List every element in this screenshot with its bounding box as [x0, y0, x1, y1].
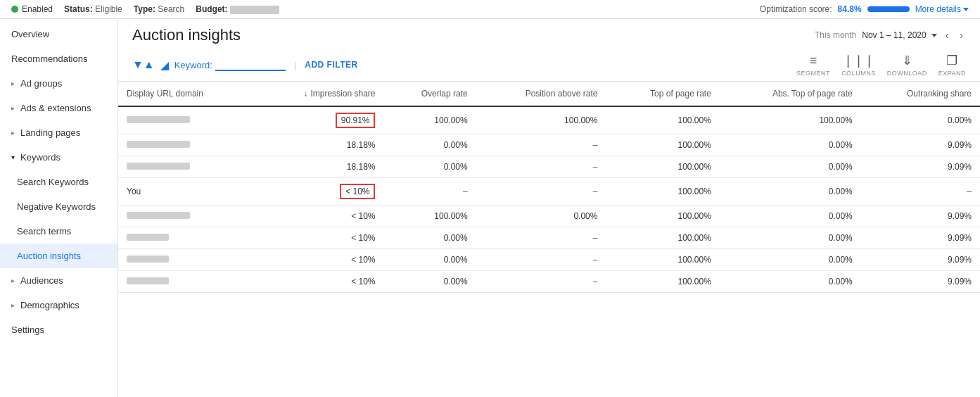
cell-outranking: 9.09% [861, 156, 980, 178]
cell-position-above: – [476, 134, 606, 156]
cell-domain [118, 134, 255, 156]
opt-value: 84.8% [838, 4, 862, 14]
cell-position-above: – [476, 271, 606, 293]
cell-abs-top: 0.00% [720, 178, 861, 206]
segment-button[interactable]: ≡ SEGMENT [796, 53, 830, 77]
cell-position-above: – [476, 178, 606, 206]
table-row: < 10%0.00%–100.00%0.00%9.09% [118, 271, 980, 293]
table-row: < 10%0.00%–100.00%0.00%9.09% [118, 227, 980, 249]
data-table-wrapper: Display URL domain ↓ Impression share Ov… [118, 82, 980, 397]
table-row: You< 10%––100.00%0.00%– [118, 178, 980, 206]
cell-impression-share: 18.18% [255, 134, 384, 156]
expand-label: EXPAND [938, 70, 966, 77]
cell-outranking: 0.00% [861, 106, 980, 134]
sidebar-label: Keywords [20, 152, 61, 163]
sidebar-label: Negative Keywords [17, 201, 96, 212]
content-area: Auction insights This month Nov 1 – 11, … [118, 19, 980, 397]
sidebar-label: Search terms [17, 226, 71, 237]
sidebar-item-settings[interactable]: Settings [0, 317, 117, 342]
cell-domain [118, 106, 255, 134]
col-position-above: Position above rate [476, 82, 606, 106]
col-impression-share[interactable]: ↓ Impression share [255, 82, 384, 106]
status-bar: Enabled Status: Eligible Type: Search Bu… [0, 0, 980, 19]
expand-button[interactable]: ❐ EXPAND [938, 53, 966, 77]
col-outranking: Outranking share [861, 82, 980, 106]
segment-label: SEGMENT [796, 70, 830, 77]
cell-abs-top: 100.00% [720, 106, 861, 134]
sidebar-label: Demographics [20, 300, 79, 310]
cell-overlap-rate: 0.00% [383, 271, 476, 293]
cell-domain [118, 206, 255, 227]
filter-divider: | [294, 60, 296, 70]
date-navigation: This month Nov 1 – 11, 2020 ‹ › [815, 28, 966, 42]
sidebar-item-adgroups[interactable]: Ad groups [0, 71, 117, 96]
more-details-button[interactable]: More details [915, 4, 969, 14]
col-overlap-rate: Overlap rate [383, 82, 476, 106]
sidebar-item-demographics[interactable]: Demographics [0, 293, 117, 317]
filter-left: ▼▲ ◢ Keyword: | ADD FILTER [132, 58, 358, 72]
download-button[interactable]: ⇓ DOWNLOAD [887, 53, 927, 77]
cell-abs-top: 0.00% [720, 206, 861, 227]
cell-top-of-page: 100.00% [606, 271, 719, 293]
sidebar-item-ads[interactable]: Ads & extensions [0, 96, 117, 120]
cell-outranking: 9.09% [861, 206, 980, 227]
table-row: 18.18%0.00%–100.00%0.00%9.09% [118, 156, 980, 178]
sidebar-item-overview[interactable]: Overview [0, 22, 117, 46]
cell-position-above: 0.00% [476, 206, 606, 227]
enabled-label: Enabled [22, 4, 53, 14]
table-row: 90.91%100.00%100.00%100.00%100.00%0.00% [118, 106, 980, 134]
cell-impression-share: < 10% [255, 227, 384, 249]
enabled-dot [11, 6, 18, 13]
date-next-button[interactable]: › [957, 28, 966, 42]
cell-outranking: 9.09% [861, 134, 980, 156]
date-range-dropdown[interactable]: Nov 1 – 11, 2020 [862, 30, 936, 40]
cell-impression-share: < 10% [255, 249, 384, 271]
sidebar-item-auction-insights[interactable]: Auction insights [0, 244, 117, 268]
filter-icon: ▼▲ [132, 58, 155, 71]
cell-overlap-rate: 0.00% [383, 134, 476, 156]
cell-abs-top: 0.00% [720, 249, 861, 271]
add-filter-button[interactable]: ADD FILTER [305, 60, 357, 70]
sidebar: Overview Recommendations Ad groups Ads &… [0, 19, 118, 397]
cell-domain [118, 156, 255, 178]
sidebar-label: Ad groups [20, 78, 62, 89]
cell-abs-top: 0.00% [720, 227, 861, 249]
sidebar-label: Audiences [20, 275, 63, 286]
page-title: Auction insights [132, 26, 241, 44]
cell-outranking: 9.09% [861, 249, 980, 271]
sidebar-item-search-keywords[interactable]: Search Keywords [0, 170, 117, 194]
sidebar-item-audiences[interactable]: Audiences [0, 268, 117, 293]
cell-overlap-rate: 0.00% [383, 156, 476, 178]
download-icon: ⇓ [902, 53, 912, 68]
date-prev-button[interactable]: ‹ [943, 28, 952, 42]
columns-button[interactable]: ❘❘❘ COLUMNS [841, 53, 876, 77]
table-row: < 10%100.00%0.00%100.00%0.00%9.09% [118, 206, 980, 227]
sidebar-item-search-terms[interactable]: Search terms [0, 219, 117, 244]
cell-top-of-page: 100.00% [606, 156, 719, 178]
type-field: Type: Search [134, 4, 185, 14]
sidebar-item-recommendations[interactable]: Recommendations [0, 46, 117, 71]
sidebar-label: Auction insights [17, 251, 81, 261]
sidebar-label: Settings [11, 324, 44, 335]
cell-domain [118, 271, 255, 293]
sort-down-icon: ↓ [303, 89, 307, 99]
sidebar-item-landing[interactable]: Landing pages [0, 120, 117, 145]
filter-bar: ▼▲ ◢ Keyword: | ADD FILTER ≡ SEGMENT ❘❘❘… [118, 49, 980, 82]
optimization-score: Optimization score: 84.8% More details [760, 4, 969, 14]
keyword-input[interactable] [215, 59, 286, 71]
col-display-url: Display URL domain [118, 82, 255, 106]
expand-icon: ❐ [946, 53, 957, 68]
cell-position-above: 100.00% [476, 106, 606, 134]
sidebar-item-negative-keywords[interactable]: Negative Keywords [0, 194, 117, 219]
cell-top-of-page: 100.00% [606, 178, 719, 206]
chevron-down-icon [963, 8, 969, 11]
date-range-value: Nov 1 – 11, 2020 [862, 30, 926, 40]
cell-outranking: 9.09% [861, 227, 980, 249]
cell-domain [118, 249, 255, 271]
budget-field: Budget: [196, 4, 279, 14]
cell-impression-share: < 10% [255, 271, 384, 293]
sidebar-item-keywords[interactable]: Keywords [0, 145, 117, 170]
table-row: 18.18%0.00%–100.00%0.00%9.09% [118, 134, 980, 156]
cell-domain [118, 227, 255, 249]
cell-abs-top: 0.00% [720, 271, 861, 293]
